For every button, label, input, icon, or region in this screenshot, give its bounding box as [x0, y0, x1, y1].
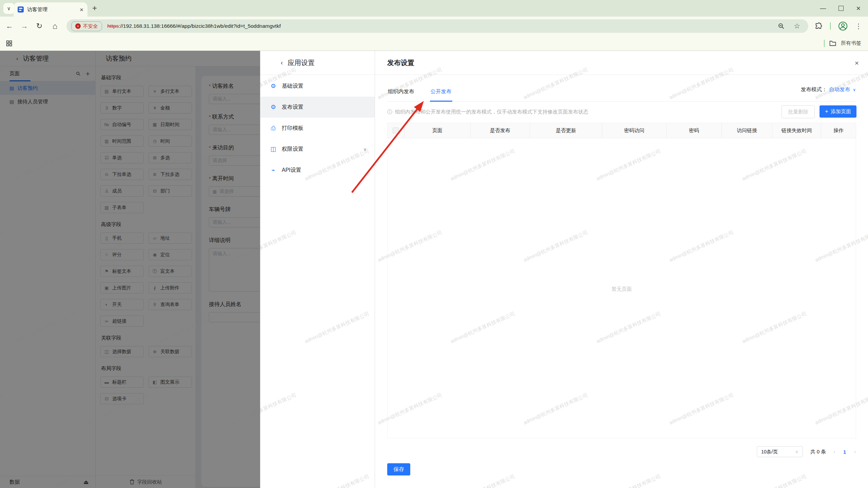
publish-settings-panel: 发布设置 × 组织内发布公开发布 发布模式： 自动发布 ∨ ⓘ 组织内发布和公开… — [375, 51, 868, 488]
new-tab-button[interactable]: + — [92, 3, 97, 13]
tab-组织内发布[interactable]: 组织内发布 — [387, 88, 415, 101]
settings-item-label: 发布设置 — [282, 104, 303, 111]
app-settings-panel: ‹ 应用设置 ⚙基础设置⚙发布设置⎙打印模板◫权限设置∨⌁API设置 — [260, 51, 375, 488]
settings-item-权限设置[interactable]: ◫权限设置∨ — [260, 139, 375, 160]
zoom-icon[interactable] — [777, 22, 785, 30]
publish-tabs: 组织内发布公开发布 — [387, 81, 856, 102]
next-page-icon[interactable]: › — [854, 449, 856, 454]
tab-close-icon[interactable]: × — [80, 6, 83, 13]
table-header: 页面是否发布是否更新密码访问密码访问链接链接失效时间操作 — [387, 123, 856, 138]
plus-icon: + — [825, 108, 828, 115]
publish-title: 发布设置 — [387, 58, 414, 67]
maximize-icon[interactable] — [839, 6, 844, 11]
printer-icon: ⎙ — [270, 125, 277, 132]
chevron-down-icon[interactable]: ∨ — [363, 147, 367, 152]
security-label: 不安全 — [83, 23, 98, 29]
bookmark-star-icon[interactable]: ☆ — [794, 22, 800, 30]
tab-title: 访客管理 — [27, 6, 80, 13]
window-close-icon[interactable]: × — [856, 4, 861, 13]
column-header-是否更新: 是否更新 — [530, 123, 602, 138]
settings-item-label: API设置 — [282, 167, 301, 174]
publish-mode-label: 发布模式： — [801, 86, 827, 93]
toolbar-separator — [830, 22, 831, 30]
pagination: 10条/页 ∨ 共 0 条 ‹ 1 › — [757, 445, 856, 459]
column-header-链接失效时间: 链接失效时间 — [772, 123, 821, 138]
settings-back-icon[interactable]: ‹ — [281, 59, 283, 66]
browser-menu-icon[interactable]: ⋮ — [855, 22, 862, 30]
browser-tab-strip: ∨ 访客管理 × + — × — [0, 0, 868, 17]
prev-page-icon[interactable]: ‹ — [833, 449, 835, 454]
column-header-是否发布: 是否发布 — [470, 123, 530, 138]
column-header-密码: 密码 — [666, 123, 722, 138]
bookmarks-separator — [824, 40, 825, 47]
settings-item-label: 打印模板 — [282, 125, 303, 132]
settings-item-label: 基础设置 — [282, 83, 303, 90]
page-size-select[interactable]: 10条/页 ∨ — [757, 446, 803, 457]
chevron-down-icon: ∨ — [795, 449, 798, 454]
empty-state: 暂无页面 — [388, 286, 856, 292]
tab-search-button[interactable]: ∨ — [3, 3, 14, 14]
not-secure-icon: × — [75, 23, 81, 29]
folder-icon — [829, 40, 836, 46]
column-header-密码访问: 密码访问 — [602, 123, 666, 138]
all-bookmarks-label[interactable]: 所有书签 — [841, 40, 861, 46]
header-checkbox-cell — [388, 123, 404, 138]
browser-tab[interactable]: 访客管理 × — [14, 2, 87, 17]
browser-toolbar: ← → ↻ ⌂ × 不安全 https://192.168.31.138:166… — [0, 17, 868, 36]
apps-grid-icon[interactable] — [6, 40, 12, 46]
select-all-checkbox[interactable] — [393, 127, 399, 134]
column-header-页面: 页面 — [404, 123, 470, 138]
table-body: 暂无页面 — [387, 138, 856, 438]
back-icon[interactable]: ← — [3, 17, 16, 36]
home-icon[interactable]: ⌂ — [49, 17, 61, 36]
settings-item-基础设置[interactable]: ⚙基础设置 — [260, 76, 375, 97]
reload-icon[interactable]: ↻ — [33, 17, 45, 36]
settings-item-API设置[interactable]: ⌁API设置 — [260, 160, 375, 181]
tab-公开发布[interactable]: 公开发布 — [430, 88, 452, 101]
profile-avatar-icon[interactable] — [838, 21, 848, 31]
add-page-button[interactable]: + 添加页面 — [820, 105, 856, 118]
info-icon: ⓘ — [387, 109, 392, 115]
info-text: 组织内发布和公开发布使用统一的发布模式，仅手动发布模式下支持修改页面发布状态 — [395, 109, 588, 115]
gear-icon: ⚙ — [270, 82, 277, 90]
security-chip[interactable]: × 不安全 — [71, 21, 102, 31]
add-page-label: 添加页面 — [831, 108, 851, 115]
bookmarks-bar: 所有书签 — [0, 36, 868, 51]
settings-item-发布设置[interactable]: ⚙发布设置 — [260, 97, 375, 118]
settings-title: 应用设置 — [288, 58, 315, 67]
site-favicon — [18, 6, 24, 13]
forward-icon[interactable]: → — [18, 17, 31, 36]
chevron-down-icon: ∨ — [7, 5, 11, 12]
current-page[interactable]: 1 — [843, 449, 846, 455]
extensions-icon[interactable] — [814, 22, 823, 30]
publish-info: ⓘ 组织内发布和公开发布使用统一的发布模式，仅手动发布模式下支持修改页面发布状态 — [387, 109, 588, 115]
publish-mode-value[interactable]: 自动发布 — [829, 86, 850, 93]
minimize-icon[interactable]: — — [820, 5, 826, 12]
batch-delete-label: 批量删除 — [788, 109, 808, 115]
column-header-操作: 操作 — [821, 123, 856, 138]
chevron-down-icon[interactable]: ∨ — [853, 87, 856, 92]
total-count: 共 0 条 — [810, 449, 826, 455]
screen: ∨ 访客管理 × + — × ← → ↻ ⌂ × 不安全 https://192… — [0, 0, 868, 488]
settings-menu: ⚙基础设置⚙发布设置⎙打印模板◫权限设置∨⌁API设置 — [260, 75, 375, 181]
settings-item-打印模板[interactable]: ⎙打印模板 — [260, 118, 375, 139]
page-size-value: 10条/页 — [761, 449, 778, 455]
column-header-访问链接: 访问链接 — [722, 123, 772, 138]
batch-delete-button[interactable]: 批量删除 — [782, 105, 815, 118]
api-icon: ⌁ — [270, 166, 277, 174]
save-button[interactable]: 保存 — [387, 463, 410, 475]
gear-icon: ⚙ — [270, 103, 277, 111]
pages-table: 页面是否发布是否更新密码访问密码访问链接链接失效时间操作 暂无页面 — [387, 123, 856, 438]
close-icon[interactable]: × — [855, 59, 859, 66]
settings-item-label: 权限设置 — [282, 146, 303, 153]
url-text: https://192.168.31.138:16666/#/app/bizci… — [107, 23, 281, 29]
permission-icon: ◫ — [270, 145, 277, 153]
address-bar[interactable]: × 不安全 https://192.168.31.138:16666/#/app… — [66, 19, 808, 33]
window-controls: — × — [820, 0, 868, 17]
publish-mode: 发布模式： 自动发布 ∨ — [801, 86, 856, 93]
